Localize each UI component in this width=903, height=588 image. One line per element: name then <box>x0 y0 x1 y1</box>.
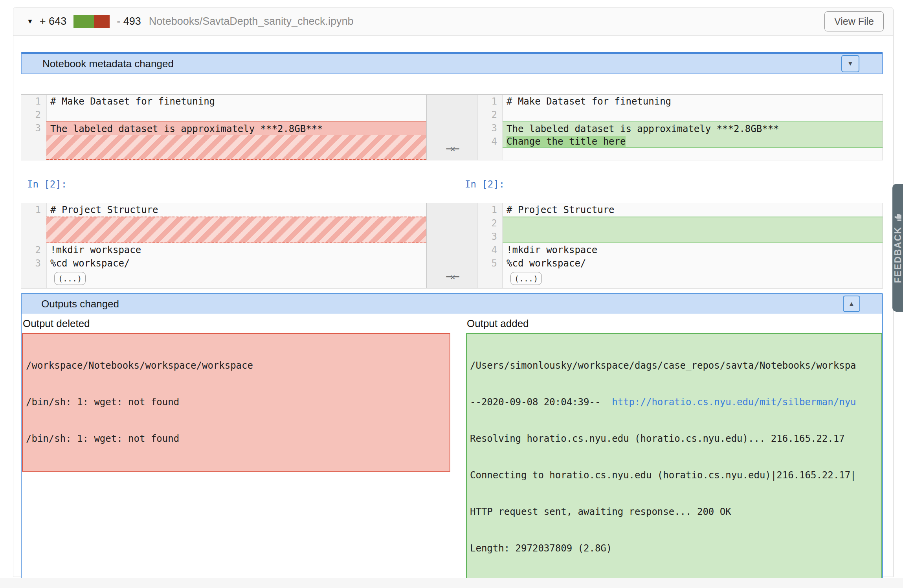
line-number: 1 <box>477 95 503 108</box>
code-text: # Make Dataset for finetuning <box>503 95 883 108</box>
line-number: 5 <box>477 257 503 270</box>
chevron-up-icon: ▲ <box>848 300 855 307</box>
line-number: 2 <box>477 217 503 230</box>
metadata-banner-label: Notebook metadata changed <box>42 58 174 70</box>
output-line: Resolving horatio.cs.nyu.edu (horatio.cs… <box>470 433 878 445</box>
code-line-added: 4 Change the title here <box>477 135 883 148</box>
line-number <box>21 270 46 288</box>
code-text: !mkdir workspace <box>46 243 426 257</box>
code-text <box>46 108 426 121</box>
output-added-column: Output added /Users/simonlousky/workspac… <box>466 317 882 588</box>
line-number: 1 <box>21 203 46 217</box>
output-added-box: /Users/simonlousky/workspace/dags/case_r… <box>466 333 882 588</box>
diff-pane-new: 1 # Project Structure 2 3 4 !mkdir works… <box>477 203 883 288</box>
diff-pane-old: 1 # Project Structure 2 !mkdir workspace… <box>21 203 427 288</box>
collapse-columns-icon[interactable]: ⇒⇐ <box>446 143 458 154</box>
line-number: 2 <box>21 108 46 121</box>
file-diff-card: ▼ + 643 - 493 Notebooks/SavtaDepth_sanit… <box>13 7 894 577</box>
feedback-tab[interactable]: FEEDBACK <box>892 184 903 312</box>
deleted-hatch-area <box>46 135 426 160</box>
output-line: /bin/sh: 1: wget: not found <box>26 396 446 408</box>
line-number: 4 <box>477 243 503 257</box>
code-line: 2 !mkdir workspace <box>21 243 426 257</box>
line-number: 2 <box>477 108 503 121</box>
output-deleted-label: Output deleted <box>23 318 450 330</box>
markdown-cell-diff: 1 # Make Dataset for finetuning 2 3 The … <box>21 94 883 160</box>
added-stat-block-icon <box>73 15 94 28</box>
code-line: 1 # Make Dataset for finetuning <box>21 95 426 108</box>
output-line: /Users/simonlousky/workspace/dags/case_r… <box>470 360 878 372</box>
code-line: 2 <box>21 108 426 121</box>
code-line: 2 <box>477 108 883 121</box>
expand-row: (...) <box>477 270 883 288</box>
code-text: # Make Dataset for finetuning <box>46 95 426 108</box>
word-diff-highlight: Change the title here <box>507 136 626 147</box>
line-number: 3 <box>21 121 46 135</box>
code-text-added: The labeled dataset is approximately ***… <box>503 121 883 135</box>
feedback-tab-inner: FEEDBACK <box>892 213 903 283</box>
code-line-added: 3 The labeled dataset is approximately *… <box>477 121 883 135</box>
diff-pane-old: 1 # Make Dataset for finetuning 2 3 The … <box>21 94 427 160</box>
output-text: --2020-09-08 20:04:39-- <box>470 397 612 408</box>
code-cell-diff: 1 # Project Structure 2 !mkdir workspace… <box>21 203 883 288</box>
file-name: Notebooks/SavtaDepth_sanity_check.ipynb <box>149 15 824 28</box>
deleted-filler-row <box>21 135 426 160</box>
collapse-file-icon[interactable]: ▼ <box>27 18 33 26</box>
output-url-link[interactable]: http://horatio.cs.nyu.edu/mit/silberman/… <box>612 397 856 408</box>
code-text: # Project Structure <box>503 203 883 217</box>
code-line-removed: 3 The labeled dataset is approximately *… <box>21 121 426 135</box>
output-added-label: Output added <box>467 318 882 330</box>
expand-lines-button[interactable]: (...) <box>54 272 86 285</box>
code-text-removed: The labeled dataset is approximately ***… <box>46 121 426 135</box>
diff-gutter: ⇒⇐ <box>427 94 477 160</box>
diff-pane-new: 1 # Make Dataset for finetuning 2 3 The … <box>477 94 883 160</box>
thumbs-up-icon <box>894 213 902 222</box>
line-number: 3 <box>477 121 503 135</box>
view-file-button[interactable]: View File <box>824 11 884 31</box>
line-number: 1 <box>21 95 46 108</box>
outputs-body: Output deleted /workspace/Notebooks/work… <box>22 314 882 588</box>
outputs-banner-toggle-button[interactable]: ▲ <box>843 296 860 312</box>
outputs-section: Outputs changed ▲ Output deleted /worksp… <box>21 293 883 588</box>
metadata-banner-toggle-button[interactable]: ▼ <box>841 55 859 72</box>
code-text-added: Change the title here <box>503 135 883 148</box>
output-deleted-column: Output deleted /workspace/Notebooks/work… <box>22 317 450 588</box>
code-text: %cd workspace/ <box>46 257 426 270</box>
deleted-hatch-area <box>46 217 426 243</box>
output-line: Connecting to horatio.cs.nyu.edu (horati… <box>470 469 878 481</box>
feedback-tab-label: FEEDBACK <box>892 226 903 283</box>
output-deleted-box: /workspace/Notebooks/workspace/workspace… <box>22 333 450 472</box>
code-line: 5 %cd workspace/ <box>477 257 883 270</box>
expand-lines-button[interactable]: (...) <box>510 272 542 285</box>
line-number: 3 <box>477 230 503 243</box>
file-diff-body: Notebook metadata changed ▼ 1 # Make Dat… <box>13 36 893 588</box>
diff-gutter: ⇒⇐ <box>427 203 477 288</box>
code-line: 4 !mkdir workspace <box>477 243 883 257</box>
line-number <box>21 217 46 243</box>
output-line: HTTP request sent, awaiting response... … <box>470 506 878 518</box>
deletions-count: - 493 <box>117 15 141 28</box>
code-text: # Project Structure <box>46 203 426 217</box>
outputs-changed-banner: Outputs changed ▲ <box>22 294 882 314</box>
line-number <box>477 270 503 288</box>
code-line: 1 # Make Dataset for finetuning <box>477 95 883 108</box>
code-line: 1 # Project Structure <box>477 203 883 217</box>
expand-row: (...) <box>21 270 426 288</box>
expand-cell: (...) <box>503 270 883 288</box>
output-line: Length: 2972037809 (2.8G) <box>470 542 878 555</box>
output-line: /bin/sh: 1: wget: not found <box>26 433 446 445</box>
code-line-added: 3 <box>477 230 883 243</box>
code-text-added <box>503 217 883 230</box>
removed-stat-block-icon <box>94 15 110 28</box>
expand-cell: (...) <box>46 270 426 288</box>
outputs-banner-label: Outputs changed <box>41 298 119 310</box>
collapse-columns-icon[interactable]: ⇒⇐ <box>446 272 458 283</box>
footer-bar <box>0 578 903 588</box>
output-line: /workspace/Notebooks/workspace/workspace <box>26 360 446 372</box>
code-text <box>503 108 883 121</box>
line-number: 3 <box>21 257 46 270</box>
additions-count: + 643 <box>40 15 66 28</box>
code-line: 1 # Project Structure <box>21 203 426 217</box>
code-text-added <box>503 230 883 243</box>
diff-stat-blocks <box>73 15 110 28</box>
